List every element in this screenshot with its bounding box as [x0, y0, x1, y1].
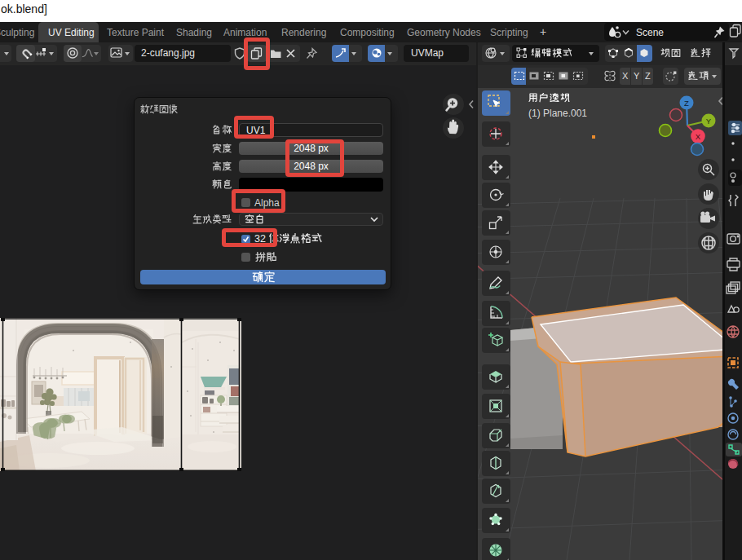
svg-text:X: X	[696, 132, 701, 141]
svg-text:Z: Z	[684, 99, 689, 108]
svg-text:Y: Y	[706, 117, 712, 126]
